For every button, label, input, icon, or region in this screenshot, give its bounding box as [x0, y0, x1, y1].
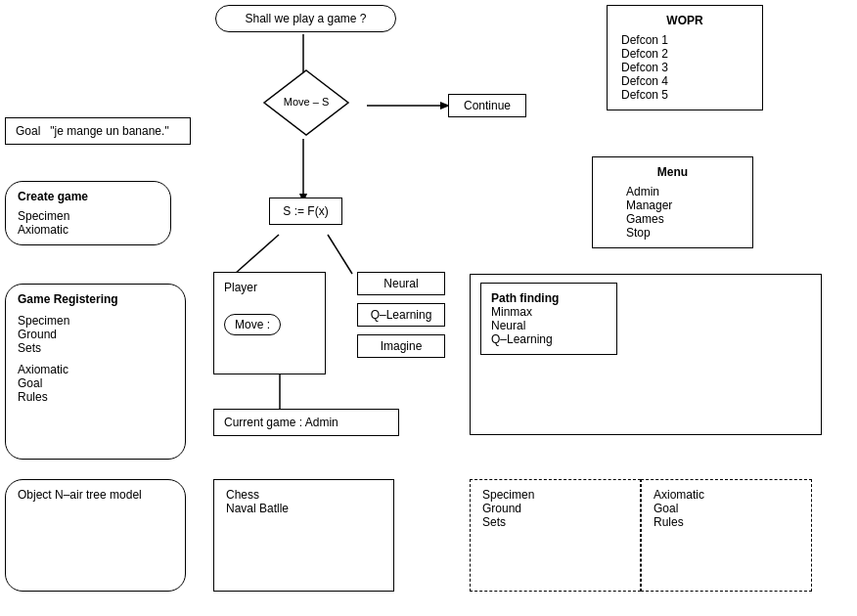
wopr-box: WOPR Defcon 1 Defcon 2 Defcon 3 Defcon 4… — [607, 5, 763, 110]
chess-naval-box: Chess Naval Batlle — [213, 479, 394, 592]
game-registering-box: Game Registering Specimen Ground Sets Ax… — [5, 284, 186, 460]
imagine-label: Imagine — [381, 339, 423, 353]
path-finding-outer-box: Path finding Minmax Neural Q–Learning Ga… — [470, 274, 822, 435]
q-learning-label: Q–Learning — [371, 308, 432, 322]
path-finding-inner-box: Path finding Minmax Neural Q–Learning — [480, 283, 617, 355]
start-label: Shall we play a game ? — [245, 12, 366, 25]
wopr-title: WOPR — [621, 14, 748, 27]
s-function-box: S := F(x) — [269, 198, 342, 225]
svg-line-6 — [328, 235, 352, 274]
neural-box: Neural — [357, 272, 445, 295]
goal-value: "je mange un banane." — [50, 124, 168, 138]
imagine-box: Imagine — [357, 334, 445, 358]
create-game-title: Create game — [18, 190, 158, 203]
current-game-box: Current game : Admin — [213, 409, 399, 436]
svg-line-5 — [235, 235, 279, 274]
axiomatic-goal-rules-box: Axiomatic Goal Rules — [641, 479, 812, 592]
specimen-ground-sets-box: Specimen Ground Sets — [470, 479, 641, 592]
game-registering-title: Game Registering — [18, 292, 173, 306]
goal-box: Goal "je mange un banane." — [5, 117, 191, 145]
s-function-label: S := F(x) — [283, 204, 328, 218]
player-box: Player Move : — [213, 272, 326, 374]
object-model-box: Object N–air tree model — [5, 479, 186, 592]
wopr-items: Defcon 1 Defcon 2 Defcon 3 Defcon 4 Defc… — [621, 33, 748, 102]
q-learning-box: Q–Learning — [357, 303, 445, 327]
move-button[interactable]: Move : — [224, 314, 281, 335]
create-game-box: Create game Specimen Axiomatic — [5, 181, 171, 245]
player-title: Player — [224, 281, 315, 294]
diamond-move: Move – S — [262, 68, 350, 137]
goal-label: Goal — [16, 124, 50, 138]
continue-box: Continue — [448, 94, 526, 117]
continue-label: Continue — [464, 99, 511, 112]
start-box: Shall we play a game ? — [215, 5, 396, 32]
svg-text:Move – S: Move – S — [284, 96, 329, 108]
menu-box: Menu Admin Manager Games Stop — [592, 156, 753, 248]
menu-title: Menu — [607, 165, 739, 179]
current-game-label: Current game : Admin — [224, 416, 338, 429]
object-model-label: Object N–air tree model — [18, 488, 173, 502]
neural-label: Neural — [383, 277, 418, 290]
